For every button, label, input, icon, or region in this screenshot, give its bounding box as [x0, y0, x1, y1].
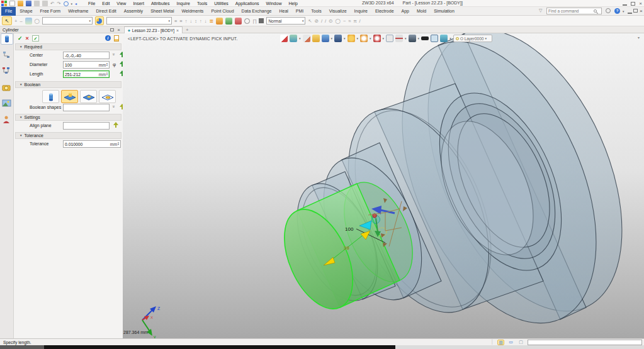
options-page-icon[interactable] — [114, 35, 119, 42]
layer-combo[interactable]: Layer0000 ▾ — [453, 35, 492, 42]
line1-icon[interactable]: / — [321, 18, 322, 24]
display-mode-caret[interactable]: ▾ — [344, 36, 346, 40]
tab-direct-edit[interactable]: Direct Edit — [92, 7, 120, 16]
tab-shape[interactable]: Shape — [16, 7, 36, 16]
list-manager-icon[interactable]: ≣ — [210, 18, 214, 24]
status-input[interactable] — [528, 340, 642, 345]
dialog-restore-icon[interactable] — [110, 28, 114, 31]
shape-tab-icon[interactable] — [1, 33, 13, 45]
tab-heal[interactable]: Heal — [275, 7, 291, 16]
window-zoom-icon[interactable] — [386, 35, 393, 42]
tab-inquire[interactable]: Inquire — [351, 7, 371, 16]
menu-edit[interactable]: Edit — [102, 1, 110, 6]
menu-file[interactable]: File — [88, 1, 95, 6]
erase-icon[interactable] — [303, 35, 310, 42]
pin5-icon[interactable]: ↓ — [205, 18, 207, 24]
section-settings[interactable]: ▼Settings — [15, 114, 121, 121]
view-orient-icon[interactable] — [290, 35, 297, 42]
window-toggle-icon[interactable]: ▢ — [517, 340, 524, 345]
boolean-remove-button[interactable] — [80, 90, 97, 103]
qat-caret-icon[interactable]: ▾ — [71, 2, 73, 6]
diameter-phi-icon[interactable]: φ — [113, 62, 116, 67]
help-caret-icon[interactable]: ▾ — [623, 9, 624, 13]
background-icon[interactable] — [360, 35, 368, 42]
cancel-button[interactable]: × — [26, 35, 29, 42]
find-command-box[interactable] — [546, 8, 602, 14]
align-pick-icon[interactable] — [113, 121, 119, 128]
viewport-collapse-icon[interactable]: ▾ — [638, 35, 640, 40]
assembly-manager-icon[interactable] — [2, 66, 12, 75]
length-field[interactable]: 251-212 mm ▴▾ — [63, 70, 110, 78]
scope-combo[interactable]: ▾ — [106, 17, 172, 25]
viewport[interactable]: 100 39 — [123, 33, 644, 338]
tab-sheet-metal[interactable]: Sheet Metal — [147, 7, 178, 16]
sketch-pick-icon[interactable]: ↖ — [308, 18, 312, 24]
pin1-icon[interactable]: ↑ — [185, 18, 188, 24]
collapse-icon[interactable]: ◂ — [75, 1, 77, 6]
display-toggle-icon[interactable]: ▭ — [507, 340, 514, 345]
monitor-icon[interactable] — [409, 35, 416, 42]
spline-icon[interactable]: ⊘ — [315, 18, 319, 24]
history-clock-icon[interactable] — [244, 18, 250, 24]
boolean-intersect-button[interactable] — [99, 90, 116, 103]
minimize-button[interactable] — [623, 2, 627, 6]
tab-tools[interactable]: Tools — [307, 7, 325, 16]
tab-close-icon[interactable]: × — [176, 28, 179, 33]
favorites-icon[interactable] — [235, 18, 242, 25]
section-pi-icon[interactable]: ∏ — [252, 18, 256, 24]
align-plane-field[interactable] — [63, 122, 110, 130]
align-right-icon[interactable]: ≡ — [179, 18, 182, 24]
tab-file[interactable]: File — [1, 7, 16, 16]
dialog-close-icon[interactable]: × — [117, 27, 120, 33]
find-command-input[interactable] — [548, 9, 594, 13]
help-icon[interactable]: ? — [614, 8, 620, 14]
folder-out-icon[interactable] — [216, 18, 223, 25]
tab-electrode[interactable]: Electrode — [371, 7, 398, 16]
section-boolean[interactable]: ▼Boolean — [15, 81, 121, 88]
menu-attributes[interactable]: Attributes — [151, 1, 170, 6]
open-folder-icon[interactable] — [18, 1, 23, 6]
line3-icon[interactable]: / — [359, 18, 361, 24]
curve1-icon[interactable]: ~ — [343, 18, 346, 24]
redo-icon[interactable]: ↷ — [57, 1, 60, 6]
restore-button[interactable] — [631, 2, 635, 6]
menu-inquire[interactable]: Inquire — [176, 1, 189, 6]
tab-point-cloud[interactable]: Point Cloud — [207, 7, 237, 16]
hide-bar-icon[interactable] — [421, 36, 429, 40]
view-cube-caret[interactable]: ▾ — [331, 36, 333, 40]
menu-applications[interactable]: Applications — [235, 1, 259, 6]
style-combo[interactable]: Normal▾ — [266, 17, 305, 25]
tab-assembly[interactable]: Assembly — [120, 7, 147, 16]
tab-weldments[interactable]: Weldments — [178, 7, 207, 16]
3d-scene[interactable]: 100 39 — [123, 33, 644, 338]
highlight-box-icon[interactable] — [431, 35, 438, 42]
section-view-icon[interactable] — [395, 35, 403, 42]
regen-icon[interactable] — [64, 1, 69, 6]
target-caret[interactable]: ▾ — [383, 36, 385, 40]
settings-gear-icon[interactable] — [606, 8, 611, 13]
print-icon[interactable] — [34, 1, 40, 6]
tab-simulation[interactable]: Simulation — [430, 7, 458, 16]
menu-insert[interactable]: Insert — [133, 1, 144, 6]
shade-box-icon[interactable] — [312, 35, 320, 42]
menu-window[interactable]: Window — [266, 1, 282, 6]
panel-toggle-icon[interactable]: ▥ — [497, 340, 504, 345]
eye-icon[interactable] — [440, 35, 448, 42]
add-filter-icon[interactable]: + — [14, 18, 17, 24]
tab-mold[interactable]: Mold — [413, 7, 430, 16]
section-tolerance[interactable]: ▼Tolerance — [15, 132, 121, 139]
eye-caret[interactable]: ▾ — [449, 36, 451, 40]
tolerance-field[interactable]: 0.010000 mm ▴▾ — [63, 140, 121, 148]
curve2-icon[interactable]: ≈ — [348, 18, 351, 24]
section-view-caret[interactable]: ▾ — [405, 36, 407, 40]
pick-arrow-icon[interactable]: ↖ — [2, 16, 12, 25]
ok-button[interactable]: ✓ — [18, 35, 23, 42]
role-manager-icon[interactable] — [2, 115, 12, 125]
tolerance-spinner[interactable]: ▴▾ — [118, 142, 119, 146]
menu-utilities[interactable]: Utilities — [214, 1, 229, 6]
render-style-icon[interactable] — [347, 35, 355, 42]
target-icon[interactable] — [373, 35, 381, 42]
circle-icon[interactable]: ◯ — [335, 18, 340, 24]
document-tab[interactable]: ◆ Lesson 22.Z3 - [BODY] × — [124, 26, 183, 33]
close-button[interactable]: × — [639, 1, 642, 6]
